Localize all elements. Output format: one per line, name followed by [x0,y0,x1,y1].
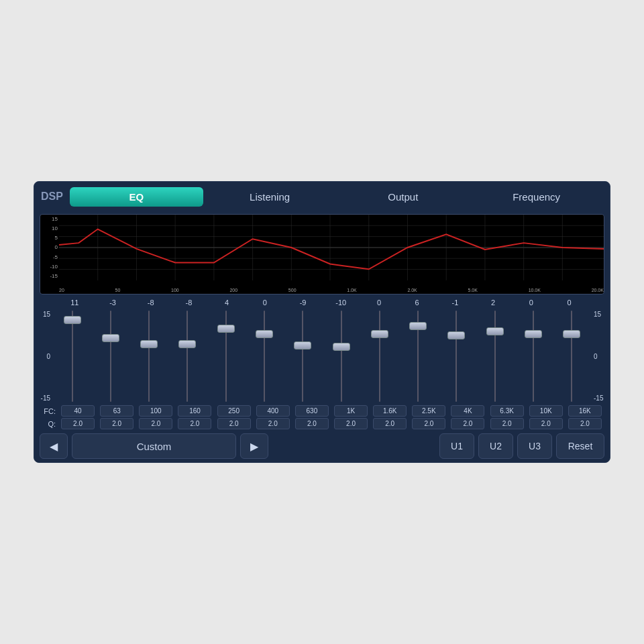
scale-top-left: 15 [40,311,50,318]
sliders-area: 15 0 -15 15 0 -15 [40,308,604,405]
slider-track-4[interactable] [225,311,227,402]
tab-frequency[interactable]: Frequency [470,187,603,207]
slider-col-11 [478,308,513,405]
slider-track-7[interactable] [341,311,342,402]
scale-right: 15 0 -15 [591,308,604,405]
x-label-200: 200 [229,288,237,292]
preset-button[interactable]: Custom [72,433,236,459]
tab-output[interactable]: Output [336,187,470,207]
q-cell-11[interactable]: 2.0 [490,418,524,429]
slider-track-2[interactable] [148,311,150,402]
u2-button[interactable]: U2 [478,433,513,459]
slider-track-1[interactable] [110,311,111,402]
slider-track-0[interactable] [72,311,73,402]
slider-col-0 [55,308,90,405]
q-cell-12[interactable]: 2.0 [529,418,563,429]
fc-cell-5[interactable]: 400 [256,405,290,417]
q-cell-9[interactable]: 2.0 [412,418,445,429]
q-cell-8[interactable]: 2.0 [373,418,407,429]
q-cell-10[interactable]: 2.0 [451,418,484,429]
sliders-inner [53,308,591,405]
graph-x-labels: 20 50 100 200 500 1.0K 2.0K 5.0K 10.0K 2… [59,288,604,292]
q-label: Q: [40,420,58,428]
next-button[interactable]: ▶ [240,433,268,459]
fc-cell-11[interactable]: 6.3K [490,405,524,417]
u1-button[interactable]: U1 [439,433,474,459]
slider-track-9[interactable] [417,311,419,402]
fc-cell-0[interactable]: 40 [61,405,95,417]
fc-cells: 40631001602504006301K1.6K2.5K4K6.3K10K16… [58,405,604,417]
slider-val-5: 0 [248,299,282,307]
x-label-20: 20 [59,288,64,292]
slider-col-8 [362,308,397,405]
fc-cell-13[interactable]: 16K [568,405,602,417]
x-label-50: 50 [115,288,121,292]
slider-thumb-13[interactable] [563,330,580,338]
y-label-n5: -5 [40,254,59,260]
slider-thumb-2[interactable] [140,340,158,348]
slider-track-6[interactable] [302,311,303,402]
slider-thumb-8[interactable] [371,330,388,338]
fc-cell-9[interactable]: 2.5K [412,405,445,417]
q-cell-13[interactable]: 2.0 [568,418,602,429]
slider-thumb-6[interactable] [294,341,311,350]
slider-val-11: 2 [476,299,511,307]
q-cell-2[interactable]: 2.0 [139,418,172,429]
slider-val-9: 6 [400,299,435,307]
fc-cell-6[interactable]: 630 [295,405,329,417]
q-cell-4[interactable]: 2.0 [217,418,251,429]
scale-bot-left: -15 [40,394,50,402]
q-cells: 2.02.02.02.02.02.02.02.02.02.02.02.02.02… [58,418,604,429]
y-label-10: 10 [40,225,59,231]
y-label-15: 15 [40,216,59,222]
slider-thumb-9[interactable] [409,322,427,330]
x-label-10k: 10.0K [529,288,541,292]
slider-thumb-4[interactable] [217,325,235,333]
q-cell-1[interactable]: 2.0 [100,418,133,429]
reset-button[interactable]: Reset [556,433,604,459]
fc-cell-3[interactable]: 160 [178,405,211,417]
tab-eq[interactable]: EQ [70,187,203,207]
fc-cell-10[interactable]: 4K [451,405,484,417]
slider-val-4: 4 [209,299,244,307]
slider-col-1 [93,308,128,405]
slider-track-13[interactable] [571,311,572,402]
x-label-5k: 5.0K [468,288,478,292]
slider-col-10 [439,308,474,405]
fc-cell-2[interactable]: 100 [139,405,172,417]
slider-track-12[interactable] [533,311,534,402]
slider-track-8[interactable] [379,311,380,402]
fc-cell-7[interactable]: 1K [334,405,368,417]
slider-val-6: -9 [286,299,321,307]
fc-cell-8[interactable]: 1.6K [373,405,407,417]
slider-track-5[interactable] [264,311,265,402]
fc-cell-12[interactable]: 10K [529,405,563,417]
fc-label: FC: [40,407,58,415]
tab-listening[interactable]: Listening [203,187,337,207]
slider-track-3[interactable] [186,311,188,402]
q-cell-0[interactable]: 2.0 [61,418,95,429]
u3-button[interactable]: U3 [517,433,552,459]
slider-thumb-7[interactable] [333,343,350,351]
slider-thumb-5[interactable] [256,330,273,338]
prev-button[interactable]: ◀ [40,433,68,459]
slider-track-11[interactable] [494,311,496,402]
slider-col-7 [324,308,359,405]
q-cell-5[interactable]: 2.0 [256,418,290,429]
slider-thumb-3[interactable] [178,340,196,348]
fc-cell-4[interactable]: 250 [217,405,251,417]
slider-thumb-12[interactable] [525,330,542,338]
slider-thumb-0[interactable] [64,316,81,324]
sliders-section: 11-3-8-840-9-1006-1200 15 0 -15 15 0 -15… [34,297,610,430]
slider-track-10[interactable] [455,311,457,402]
slider-thumb-10[interactable] [447,331,465,339]
scale-bot-right: -15 [594,394,604,402]
q-row: Q: 2.02.02.02.02.02.02.02.02.02.02.02.02… [40,418,604,429]
q-cell-7[interactable]: 2.0 [334,418,368,429]
header-tabs: DSP EQ Listening Output Frequency [34,182,610,211]
fc-cell-1[interactable]: 63 [100,405,133,417]
q-cell-3[interactable]: 2.0 [178,418,211,429]
slider-thumb-11[interactable] [486,327,504,335]
slider-thumb-1[interactable] [102,334,119,342]
q-cell-6[interactable]: 2.0 [295,418,329,429]
